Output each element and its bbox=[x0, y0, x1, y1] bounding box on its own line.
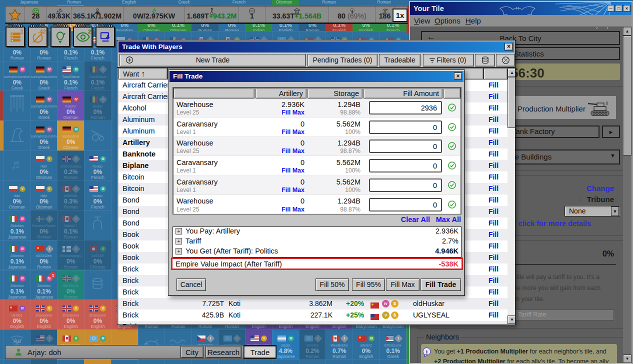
svg-text:i: i bbox=[426, 348, 428, 354]
